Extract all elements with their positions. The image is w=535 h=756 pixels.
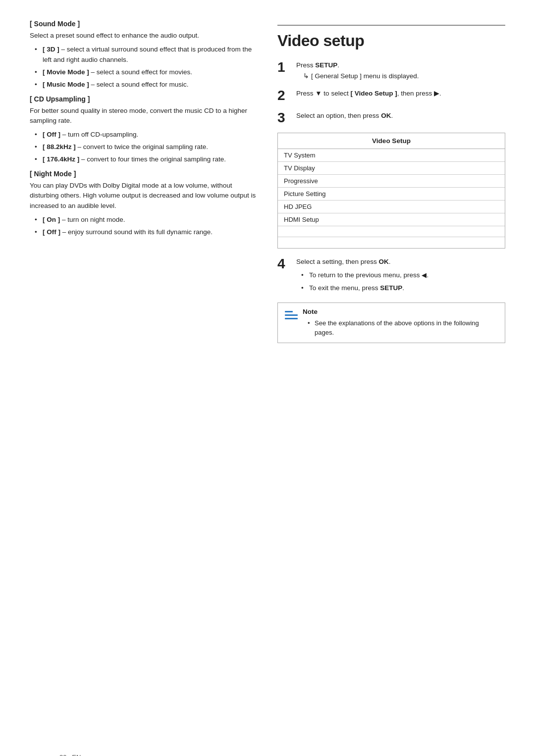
night-mode-desc: You can play DVDs with Dolby Digital mod… [30, 181, 258, 211]
bullet-on-night-text: – turn on night mode. [60, 216, 125, 223]
tv-system-value [391, 151, 499, 159]
step-1-row: 1 Press SETUP. ↳[ General Setup ] menu i… [277, 60, 505, 81]
step-1-content: Press SETUP. ↳[ General Setup ] menu is … [296, 60, 419, 81]
step-1-sub: ↳[ General Setup ] menu is displayed. [296, 71, 419, 82]
note-icon [285, 309, 298, 322]
section-sound-mode: [ Sound Mode ] Select a preset sound eff… [30, 20, 258, 90]
bullet-176khz-text: – convert to four times the original sam… [79, 155, 226, 163]
step-4-bullet-1: To return to the previous menu, press ◀. [301, 270, 428, 281]
table-row-hd-jpeg: HD JPEG [278, 201, 505, 213]
hd-jpeg-label: HD JPEG [284, 203, 391, 210]
table-row-tv-display: TV Display [278, 162, 505, 175]
bullet-movie-mode: [ Movie Mode ] – select a sound effect f… [35, 67, 258, 78]
note-bullet-1: See the explanations of the above option… [308, 318, 498, 338]
bullet-3d: [ 3D ] – select a virtual surround sound… [35, 45, 258, 65]
night-mode-heading: [ Night Mode ] [30, 170, 258, 178]
step-4-bullet-2: To exit the menu, press SETUP. [301, 283, 428, 294]
cd-upsampling-bullets: [ Off ] – turn off CD-upsampling. [ 88.2… [30, 130, 258, 165]
step-2-main: Press ▼ to select [ Video Setup ], then … [296, 90, 441, 97]
section-cd-upsampling: [ CD Upsampling ] For better sound quali… [30, 95, 258, 165]
hd-jpeg-value [391, 203, 499, 210]
bullet-off-night: [ Off ] – enjoy surround sound with its … [35, 227, 258, 238]
bullet-176khz-label: [ 176.4kHz ] [43, 155, 79, 163]
left-column: [ Sound Mode ] Select a preset sound eff… [30, 20, 258, 343]
bullet-off-cd-text: – turn off CD-upsampling. [60, 131, 138, 138]
note-content: Note See the explanations of the above o… [303, 308, 498, 338]
video-setup-table: Video Setup TV System TV Display Progres… [277, 133, 505, 249]
cd-upsampling-heading: [ CD Upsampling ] [30, 95, 258, 103]
step-1-main: Press SETUP. [296, 61, 339, 69]
picture-setting-label: Picture Setting [284, 190, 391, 198]
note-title: Note [303, 308, 498, 315]
bullet-88khz-label: [ 88.2kHz ] [43, 143, 76, 151]
table-row-tv-system: TV System [278, 149, 505, 162]
bullet-off-night-label: [ Off ] [43, 228, 60, 236]
step-3-content: Select an option, then press OK. [296, 110, 393, 121]
step-4-main: Select a setting, then press OK. [296, 258, 391, 265]
bullet-off-cd-label: [ Off ] [43, 131, 60, 138]
sound-mode-heading: [ Sound Mode ] [30, 20, 258, 28]
note-icon-bar-1 [285, 311, 293, 312]
bullet-3d-text: – select a virtual surround sound effect… [43, 46, 252, 63]
picture-setting-value [391, 190, 499, 198]
step-1-number: 1 [277, 60, 289, 75]
step-4-row: 4 Select a setting, then press OK. To re… [277, 256, 505, 296]
bullet-176khz: [ 176.4kHz ] – convert to four times the… [35, 154, 258, 165]
sound-mode-bullets: [ 3D ] – select a virtual surround sound… [30, 45, 258, 90]
tv-display-label: TV Display [284, 164, 391, 172]
progressive-value [391, 177, 499, 185]
step-4-number: 4 [277, 256, 289, 272]
page-footer: 30 EN [59, 754, 81, 756]
note-bullets: See the explanations of the above option… [303, 318, 498, 338]
progressive-label: Progressive [284, 177, 391, 185]
step-2-number: 2 [277, 88, 289, 103]
tv-system-label: TV System [284, 151, 391, 159]
bullet-88khz: [ 88.2kHz ] – convert to twice the origi… [35, 142, 258, 152]
step-4-bullets: To return to the previous menu, press ◀.… [296, 270, 428, 293]
step-2-content: Press ▼ to select [ Video Setup ], then … [296, 88, 441, 99]
table-row-picture-setting: Picture Setting [278, 188, 505, 201]
table-empty-row-1 [278, 226, 505, 237]
cd-upsampling-desc: For better sound quality in stereo mode,… [30, 106, 258, 126]
table-row-progressive: Progressive [278, 175, 505, 188]
bullet-music-label: [ Music Mode ] [43, 81, 89, 88]
step-2-row: 2 Press ▼ to select [ Video Setup ], the… [277, 88, 505, 103]
video-setup-table-header: Video Setup [278, 133, 505, 149]
sound-mode-desc: Select a preset sound effect to enhance … [30, 31, 258, 41]
bullet-on-night: [ On ] – turn on night mode. [35, 215, 258, 225]
page-title: Video setup [277, 25, 505, 50]
bullet-88khz-text: – convert to twice the original sampling… [76, 143, 208, 151]
hdmi-setup-label: HDMI Setup [284, 216, 391, 223]
table-empty-row-2 [278, 237, 505, 248]
bullet-on-night-label: [ On ] [43, 216, 60, 223]
bullet-off-cd: [ Off ] – turn off CD-upsampling. [35, 130, 258, 140]
footer-lang: EN [72, 754, 81, 756]
bullet-movie-label: [ Movie Mode ] [43, 68, 89, 76]
bullet-off-night-text: – enjoy surround sound with its full dyn… [60, 228, 213, 236]
footer-page-number: 30 [59, 754, 66, 756]
bullet-3d-label: [ 3D ] [43, 46, 59, 53]
step-3-number: 3 [277, 110, 289, 126]
table-row-hdmi-setup: HDMI Setup [278, 213, 505, 226]
section-night-mode: [ Night Mode ] You can play DVDs with Do… [30, 170, 258, 238]
bullet-music-mode: [ Music Mode ] – select a sound effect f… [35, 80, 258, 90]
hdmi-setup-value [391, 216, 499, 223]
night-mode-bullets: [ On ] – turn on night mode. [ Off ] – e… [30, 215, 258, 238]
tv-display-value [391, 164, 499, 172]
right-column: Video setup 1 Press SETUP. ↳[ General Se… [277, 20, 505, 343]
note-icon-bar-2 [285, 314, 298, 316]
note-icon-bar-3 [285, 318, 298, 319]
bullet-movie-text: – select a sound effect for movies. [89, 68, 192, 76]
step-3-main: Select an option, then press OK. [296, 112, 393, 119]
step-4-content: Select a setting, then press OK. To retu… [296, 256, 428, 296]
bullet-music-text: – select a sound effect for music. [89, 81, 189, 88]
note-box: Note See the explanations of the above o… [277, 302, 505, 343]
step-3-row: 3 Select an option, then press OK. [277, 110, 505, 126]
